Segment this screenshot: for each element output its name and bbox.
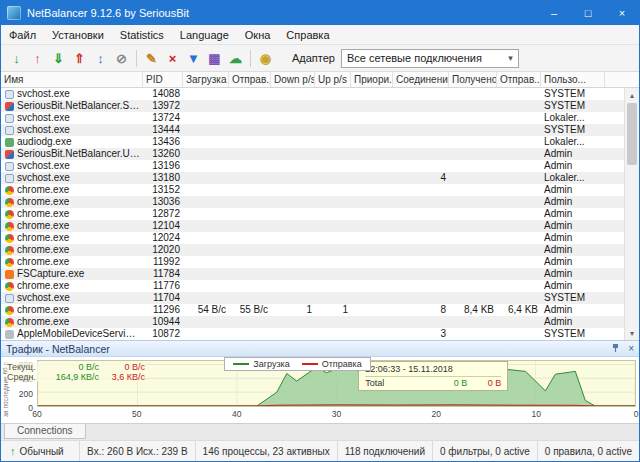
table-row[interactable]: SeriousBit.NetBalancer.Servic...13972SYS… [1,100,639,112]
table-row[interactable]: AppleMobileDeviceService.exe108723SYSTEM [1,328,639,340]
lock-icon[interactable]: ◉ [255,48,276,69]
adapter-label: Адаптер [292,52,335,64]
cell: AppleMobileDeviceService.exe [1,328,143,340]
table-row[interactable]: chrome.exe13036Admin [1,196,639,208]
cell [315,256,351,268]
x-axis-ticks: 6050403020100 [37,408,636,420]
audiodg-icon [5,138,14,147]
title-bar: NetBalancer 9.12.6 by SeriousBit – □ × [1,1,639,25]
table-row[interactable]: SeriousBit.NetBalancer.UI.exe13260Admin [1,148,639,160]
table-row[interactable]: chrome.exe12104Admin [1,220,639,232]
table-row[interactable]: svchost.exe11704SYSTEM [1,292,639,304]
menu-item[interactable]: Language [172,25,237,44]
column-header[interactable]: Пользо... [541,72,605,87]
cell: 1 [271,304,315,316]
table-row[interactable]: svchost.exe131804Lokaler... [1,172,639,184]
sync-cloud-icon[interactable]: ☁ [225,48,246,69]
column-header[interactable]: Приори... [351,72,393,87]
cell: chrome.exe [1,184,143,196]
chrome-icon [5,246,14,255]
cell [271,100,315,112]
cell [229,196,271,208]
limit-upload-icon[interactable]: ⇑ [69,48,90,69]
table-row[interactable]: chrome.exe1129654 В/с55 В/с1188,4 KB6,4 … [1,304,639,316]
pin-icon[interactable] [611,343,620,355]
cell [393,136,449,148]
minimize-button[interactable]: – [537,1,571,25]
scroll-down-icon[interactable]: ▾ [625,326,639,340]
close-button[interactable]: × [605,1,639,25]
cell [315,160,351,172]
priority-upload-icon[interactable]: ↑ [27,48,48,69]
cell [449,160,497,172]
table-row[interactable]: chrome.exe12024Admin [1,232,639,244]
toolbar-buttons: ↓↑⇓⇑↕⊘✎×▼▦☁◉ [6,48,276,69]
cell [393,112,449,124]
cell [449,88,497,100]
cell: Lokaler... [541,172,605,184]
tab-connections[interactable]: Connections [4,424,86,439]
table-row[interactable]: chrome.exe12020Admin [1,244,639,256]
table-row[interactable]: svchost.exe13724Lokaler... [1,112,639,124]
menu-item[interactable]: Установки [44,25,112,44]
vertical-scrollbar[interactable]: ▴ ▾ [624,88,639,340]
scrollbar-thumb[interactable] [627,103,637,165]
priority-download-icon[interactable]: ↓ [6,48,27,69]
column-header[interactable]: Down p/s [271,72,315,87]
cell: SYSTEM [541,88,605,100]
column-header[interactable]: Получено [449,72,497,87]
column-header[interactable]: Соединение [393,72,449,87]
table-row[interactable]: svchost.exe13444SYSTEM [1,124,639,136]
cell [229,256,271,268]
table-row[interactable]: audiodg.exe13436Lokaler... [1,136,639,148]
column-header[interactable]: Загрузка [183,72,229,87]
cell: 13196 [143,160,183,172]
cell: 4 [393,172,449,184]
table-row[interactable]: chrome.exe13152Admin [1,184,639,196]
cell: 13152 [143,184,183,196]
table-row[interactable]: chrome.exe12872Admin [1,208,639,220]
menu-item[interactable]: Statistics [112,25,172,44]
window-controls: – □ × [537,1,639,25]
edit-priority-icon[interactable]: ✎ [141,48,162,69]
table-row[interactable]: svchost.exe13196Admin [1,160,639,172]
table-row[interactable]: chrome.exe11992Admin [1,256,639,268]
column-header[interactable]: Имя [1,72,143,87]
cell [315,88,351,100]
cell: Admin [541,304,605,316]
filter-icon[interactable]: ▼ [183,48,204,69]
cell [271,184,315,196]
scroll-up-icon[interactable]: ▴ [625,88,639,102]
cell [229,124,271,136]
delete-rule-icon[interactable]: × [162,48,183,69]
column-header[interactable]: PID [143,72,183,87]
cell [449,316,497,328]
table-row[interactable]: chrome.exe10944Admin [1,316,639,328]
close-panel-icon[interactable]: × [628,343,634,354]
cell [393,208,449,220]
maximize-button[interactable]: □ [571,1,605,25]
table-row[interactable]: svchost.exe14088SYSTEM [1,88,639,100]
limit-download-icon[interactable]: ⇓ [48,48,69,69]
cell: Admin [541,280,605,292]
adapter-select[interactable]: Все сетевые подключения ▾ [341,49,519,68]
charts-icon[interactable]: ▦ [204,48,225,69]
ignore-traffic-icon[interactable]: ⊘ [111,48,132,69]
column-header[interactable]: Отправ... [497,72,541,87]
cell: Admin [541,160,605,172]
app-window: NetBalancer 9.12.6 by SeriousBit – □ × Ф… [0,0,640,462]
menu-item[interactable]: Справка [278,25,337,44]
menu-item[interactable]: Окна [237,25,279,44]
table-row[interactable]: FSCapture.exe11784Admin [1,268,639,280]
status-mode-section[interactable]: ↑ Обычный [1,445,73,457]
column-header[interactable]: Отправ... [229,72,271,87]
column-header[interactable]: Up p/s [315,72,351,87]
cell: 11296 [143,304,183,316]
cell: svchost.exe [1,88,143,100]
window-title: NetBalancer 9.12.6 by SeriousBit [27,7,189,19]
chart-total-row: Total 0 В 0 В [365,376,501,388]
table-row[interactable]: chrome.exe11776Admin [1,280,639,292]
cell [183,256,229,268]
menu-item[interactable]: Файл [1,25,44,44]
block-traffic-icon[interactable]: ↕ [90,48,111,69]
